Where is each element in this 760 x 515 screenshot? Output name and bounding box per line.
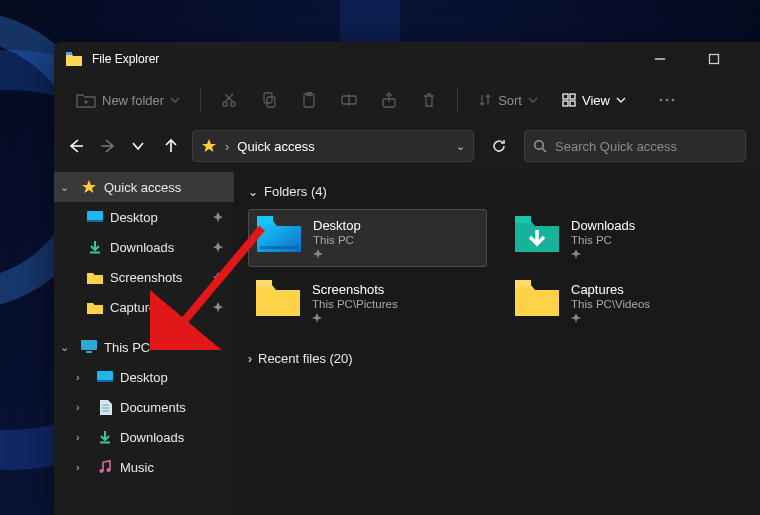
chevron-right-icon[interactable]: ›: [76, 431, 90, 443]
desktop-icon: [86, 211, 104, 224]
pin-icon: [312, 313, 398, 323]
back-button[interactable]: [68, 139, 86, 153]
rename-button[interactable]: [333, 83, 365, 117]
maximize-button[interactable]: [708, 53, 748, 65]
trash-icon: [421, 92, 437, 108]
sidebar-item-music[interactable]: › Music: [54, 452, 234, 482]
recent-files-section-header[interactable]: › Recent files (20): [248, 351, 746, 366]
folder-icon: [515, 280, 559, 324]
chevron-down-icon[interactable]: ⌄: [60, 341, 74, 354]
downloads-icon: [96, 430, 114, 444]
folder-icon: [86, 301, 104, 314]
window-title: File Explorer: [92, 52, 654, 66]
desktop-icon: [96, 371, 114, 384]
svg-rect-38: [257, 216, 273, 223]
folder-icon: [256, 280, 300, 324]
svg-rect-19: [570, 101, 575, 106]
folders-section-header[interactable]: ⌄ Folders (4): [248, 184, 746, 199]
pin-icon: [213, 272, 224, 283]
copy-button[interactable]: [253, 83, 285, 117]
folder-card-downloads[interactable]: Downloads This PC: [507, 209, 746, 267]
address-bar[interactable]: › Quick access ⌄: [192, 130, 474, 162]
downloads-folder-icon: [515, 216, 559, 260]
pin-icon: [213, 302, 224, 313]
chevron-right-icon[interactable]: ›: [76, 401, 90, 413]
titlebar: File Explorer: [54, 42, 760, 76]
svg-rect-2: [710, 55, 719, 64]
sidebar-item-screenshots[interactable]: Screenshots: [54, 262, 234, 292]
chevron-down-icon[interactable]: ⌄: [456, 140, 465, 153]
sidebar-item-captures[interactable]: Captures: [54, 292, 234, 322]
ellipsis-icon: [658, 93, 676, 107]
svg-point-6: [231, 102, 235, 106]
app-icon: [66, 52, 82, 66]
pin-icon: [313, 249, 361, 259]
share-icon: [381, 92, 397, 108]
pin-icon: [571, 249, 635, 259]
folder-card-desktop[interactable]: Desktop This PC: [248, 209, 487, 267]
svg-point-5: [223, 102, 227, 106]
folder-card-screenshots[interactable]: Screenshots This PC\Pictures: [248, 273, 487, 331]
paste-icon: [301, 92, 317, 108]
svg-rect-26: [87, 220, 103, 222]
folder-plus-icon: [76, 92, 96, 108]
search-input[interactable]: [555, 139, 737, 154]
paste-button[interactable]: [293, 83, 325, 117]
file-explorer-window: File Explorer New folder Sort View: [54, 42, 760, 515]
music-icon: [96, 460, 114, 474]
svg-rect-18: [563, 101, 568, 106]
svg-point-20: [660, 99, 663, 102]
chevron-right-icon: ›: [248, 352, 252, 366]
svg-rect-29: [86, 351, 92, 353]
svg-line-24: [543, 149, 547, 153]
svg-rect-42: [515, 280, 531, 287]
view-button[interactable]: View: [554, 83, 634, 117]
folder-icon: [86, 271, 104, 284]
cut-button[interactable]: [213, 83, 245, 117]
chevron-down-icon[interactable]: ⌄: [60, 181, 74, 194]
search-icon: [533, 139, 547, 153]
more-button[interactable]: [650, 83, 684, 117]
documents-icon: [96, 400, 114, 415]
address-path: Quick access: [237, 139, 314, 154]
sidebar-item-desktop[interactable]: Desktop: [54, 202, 234, 232]
svg-rect-16: [563, 94, 568, 99]
forward-button[interactable]: [100, 139, 118, 153]
navigation-pane[interactable]: ⌄ Quick access Desktop Downloads Screens…: [54, 168, 234, 515]
sidebar-this-pc[interactable]: ⌄ This PC: [54, 332, 234, 362]
delete-button[interactable]: [413, 83, 445, 117]
monitor-icon: [80, 340, 98, 354]
pin-icon: [213, 242, 224, 253]
pin-icon: [571, 313, 650, 323]
search-box[interactable]: [524, 130, 746, 162]
toolbar: New folder Sort View: [54, 76, 760, 124]
svg-rect-41: [256, 280, 272, 287]
downloads-icon: [86, 240, 104, 254]
pin-icon: [213, 212, 224, 223]
minimize-button[interactable]: [654, 53, 694, 65]
sidebar-quick-access[interactable]: ⌄ Quick access: [54, 172, 234, 202]
up-button[interactable]: [164, 138, 182, 154]
sidebar-item-downloads[interactable]: Downloads: [54, 232, 234, 262]
sort-button[interactable]: Sort: [470, 83, 546, 117]
svg-rect-10: [267, 97, 275, 107]
sort-icon: [478, 93, 492, 107]
recent-locations-button[interactable]: [132, 140, 150, 152]
new-folder-button[interactable]: New folder: [68, 83, 188, 117]
refresh-button[interactable]: [484, 130, 514, 162]
sidebar-item-downloads-pc[interactable]: › Downloads: [54, 422, 234, 452]
star-icon: [80, 179, 98, 195]
svg-point-23: [535, 141, 544, 150]
share-button[interactable]: [373, 83, 405, 117]
chevron-right-icon[interactable]: ›: [76, 461, 90, 473]
rename-icon: [341, 92, 357, 108]
nav-row: › Quick access ⌄: [54, 124, 760, 168]
sidebar-item-desktop-pc[interactable]: › Desktop: [54, 362, 234, 392]
chevron-right-icon[interactable]: ›: [76, 371, 90, 383]
folder-card-captures[interactable]: Captures This PC\Videos: [507, 273, 746, 331]
sidebar-item-documents[interactable]: › Documents: [54, 392, 234, 422]
svg-rect-0: [66, 52, 72, 55]
cut-icon: [221, 92, 237, 108]
svg-rect-9: [264, 93, 272, 103]
svg-rect-17: [570, 94, 575, 99]
